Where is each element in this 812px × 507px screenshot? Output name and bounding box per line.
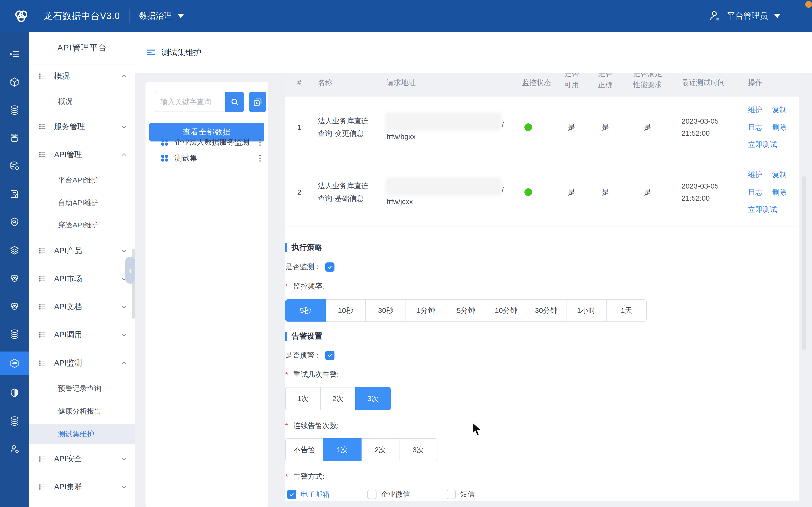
sidebar-item-service-mgmt[interactable]: 服务管理 [29,117,135,136]
sidebar-item-testset-maintenance[interactable]: 测试集维护 [29,424,135,444]
method-email[interactable]: 电子邮箱 [287,489,329,499]
row-actions: 维护 复制 日志 删除 立即测试 [748,168,786,217]
module-menu-dropdown[interactable]: 数据治理 [139,0,184,32]
test-now-link[interactable]: 立即测试 [748,137,777,152]
consecutive-option[interactable]: 3次 [399,438,438,461]
shield-search-icon[interactable] [0,210,29,234]
page-scrollbar[interactable] [802,176,806,350]
page-title-icon [146,47,157,58]
chevron-down-icon [120,247,128,255]
api-monitor-icon[interactable]: API [0,351,29,375]
sidebar-item-api-monitor[interactable]: API监测 [29,353,135,373]
delete-link[interactable]: 删除 [772,185,786,200]
collapse-menu-icon[interactable] [0,42,29,66]
cube-icon[interactable] [0,70,29,94]
add-group-button[interactable] [249,92,266,112]
copy-link[interactable]: 复制 [772,103,786,117]
api-name: 法人业务库直连查询-基础信息 [318,180,368,205]
sidebar-item-passthrough-api[interactable]: 穿透API维护 [29,215,135,235]
database-icon[interactable] [0,322,29,346]
search-button[interactable] [225,92,244,112]
tree-item-testset[interactable]: 测试集 [146,150,268,166]
log-link[interactable]: 日志 [748,120,762,134]
consecutive-option[interactable]: 1次 [323,438,361,461]
retry-option[interactable]: 1次 [285,387,321,410]
sidebar-item-api-invoke[interactable]: API调用 [29,325,135,344]
retry-option[interactable]: 2次 [320,387,356,410]
user-menu-dropdown[interactable]: 平台管理员 [709,0,780,32]
page-title: 测试集维护 [161,32,201,73]
divider [29,503,135,503]
svg-text:API: API [12,362,17,365]
more-vertical-icon[interactable] [258,137,262,147]
sidebar-collapse-handle[interactable]: ‹ [125,257,135,284]
database-icon[interactable] [0,98,29,122]
freq-option[interactable]: 10秒 [325,299,366,322]
col-name: 名称 [318,75,332,90]
chevron-down-icon [120,455,128,463]
sidebar-item-overview[interactable]: 概况 [29,92,135,111]
test-now-link[interactable]: 立即测试 [748,202,777,217]
col-performance: 是否满足性能要求 [619,73,677,90]
freq-option[interactable]: 30分钟 [526,299,566,322]
tree-item-label: 企业法人数据服务监测 [174,137,249,147]
sidebar-item-api-security[interactable]: API安全 [29,449,135,469]
sidebar-item-label: API调用 [54,330,82,340]
sidebar-item-self-api[interactable]: 自助API维护 [29,193,135,213]
user-gear-icon[interactable] [0,437,29,461]
sidebar-item-api-mgmt[interactable]: API管理 [29,145,135,164]
delete-link[interactable]: 删除 [772,120,786,134]
sidebar-item-health-report[interactable]: 健康分析报告 [29,401,135,421]
freq-option[interactable]: 5秒 [285,299,326,322]
sidebar-item-label: 概况 [58,97,72,107]
maintain-link[interactable]: 维护 [748,103,762,117]
row-index: 2 [297,158,301,226]
retry-option[interactable]: 3次 [355,387,391,410]
freq-option[interactable]: 30秒 [365,299,406,322]
method-wechat[interactable]: 企业微信 [367,489,410,499]
wechat-checkbox[interactable] [367,490,376,499]
layers-icon[interactable] [0,238,29,262]
sidebar-item-platform-api[interactable]: 平台API维护 [29,170,135,190]
status-ok-dot [524,123,532,131]
sms-checkbox[interactable] [447,490,456,499]
certificate-doc-icon[interactable] [0,182,29,206]
prewarn-checkbox[interactable] [325,351,335,360]
freq-option[interactable]: 5分钟 [446,299,486,322]
freq-option[interactable]: 1天 [606,299,647,322]
sidebar-item-api-market[interactable]: API市场 [29,269,135,288]
check-icon [327,352,333,358]
col-actions: 操作 [748,75,762,90]
data-basket-icon[interactable]: DATA [0,126,29,150]
more-vertical-icon[interactable] [258,153,262,163]
freq-option[interactable]: 1小时 [566,299,607,322]
sidebar-item-api-cluster[interactable]: API集群 [29,477,135,497]
shield-half-icon[interactable] [0,381,29,405]
consecutive-option[interactable]: 2次 [361,438,400,461]
method-label-text: 电子邮箱 [301,489,329,499]
sidebar-item-label: 预警记录查询 [58,384,101,394]
knot-icon[interactable] [0,266,29,290]
search-input[interactable] [155,92,225,112]
knot-icon[interactable] [0,294,29,318]
method-sms[interactable]: 短信 [447,489,475,499]
freq-option[interactable]: 1分钟 [406,299,446,322]
log-link[interactable]: 日志 [748,185,762,200]
freq-option[interactable]: 10分钟 [486,299,526,322]
consecutive-option[interactable]: 不告警 [285,438,323,461]
sidebar-item-api-product[interactable]: API产品 [29,241,135,261]
monitor-checkbox[interactable] [325,263,335,272]
performance-value: 是 [619,158,677,226]
sidebar-item-alert-records[interactable]: 预警记录查询 [29,379,135,398]
sidebar-item-overview-group[interactable]: 概况 [29,66,135,86]
maintain-link[interactable]: 维护 [748,168,762,182]
copy-link[interactable]: 复制 [772,168,786,182]
col-status: 监控状态 [522,75,551,90]
sidebar-item-api-docs[interactable]: API文档 [29,297,135,317]
database-gear-icon[interactable] [0,154,29,178]
consecutive-label-row: * 连续告警次数: [285,421,339,431]
email-checkbox[interactable] [287,490,296,499]
sidebar-item-label: 穿透API维护 [58,220,99,230]
database-icon[interactable] [0,409,29,433]
tree-item-enterprise-monitor[interactable]: 企业法人数据服务监测 [146,134,268,150]
